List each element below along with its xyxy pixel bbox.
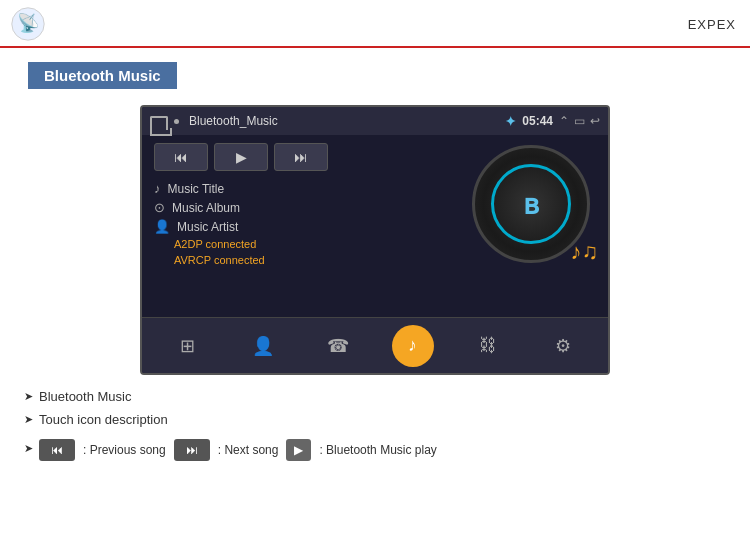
arrow-icon-3: ➤ — [24, 442, 33, 455]
transport-controls: ⏮ ▶ ⏭ — [154, 143, 458, 171]
prev-desc-label: : Previous song — [83, 443, 166, 457]
floating-music-note-icon: ♪♫ — [571, 239, 599, 265]
nav-contacts-button[interactable]: 👤 — [242, 325, 284, 367]
nav-phone-button[interactable]: ☎ — [317, 325, 359, 367]
desc-item-3: ➤ ⏮ : Previous song ⏭ : Next song ▶ : Bl… — [24, 435, 726, 461]
screen-icon: ▭ — [574, 114, 585, 128]
arrow-icon-1: ➤ — [24, 390, 33, 403]
brand-label: EXPEX — [688, 17, 736, 32]
prev-button[interactable]: ⏮ — [154, 143, 208, 171]
back-icon[interactable]: ↩ — [590, 114, 600, 128]
play-button[interactable]: ▶ — [214, 143, 268, 171]
desc-bullet-1: Bluetooth Music — [39, 389, 132, 404]
desc-item-1: ➤ Bluetooth Music — [24, 389, 726, 404]
bottom-nav: ⊞ 👤 ☎ ♪ ⛓ ⚙ — [142, 317, 608, 373]
play-icon-desc: ▶ — [286, 439, 311, 461]
a2dp-status: A2DP connected — [174, 238, 458, 250]
avrcp-status: AVRCP connected — [174, 254, 458, 266]
next-button[interactable]: ⏭ — [274, 143, 328, 171]
app-name: Bluetooth_Music — [189, 114, 499, 128]
status-icons: ⌃ ▭ ↩ — [559, 114, 600, 128]
status-bar: Bluetooth_Music ✦ 05:44 ⌃ ▭ ↩ — [142, 107, 608, 135]
nav-grid-button[interactable]: ⊞ — [167, 325, 209, 367]
play-desc-label: : Bluetooth Music play — [319, 443, 436, 457]
icon-description-row: ⏮ : Previous song ⏭ : Next song ▶ : Blue… — [39, 439, 437, 461]
prev-icon-desc: ⏮ — [39, 439, 75, 461]
screen-wrapper: Bluetooth_Music ✦ 05:44 ⌃ ▭ ↩ ⏮ ▶ ⏭ — [0, 105, 750, 375]
section-title-bar: Bluetooth Music — [28, 62, 177, 89]
track-title-row: ♪ Music Title — [154, 181, 458, 196]
nav-music-button[interactable]: ♪ — [392, 325, 434, 367]
svg-text:📡: 📡 — [17, 12, 40, 34]
music-note-icon: ♪ — [154, 181, 161, 196]
arrow-icon-2: ➤ — [24, 413, 33, 426]
person-icon: 👤 — [154, 219, 170, 234]
descriptions: ➤ Bluetooth Music ➤ Touch icon descripti… — [0, 375, 750, 461]
section-title: Bluetooth Music — [44, 67, 161, 84]
device-screen: Bluetooth_Music ✦ 05:44 ⌃ ▭ ↩ ⏮ ▶ ⏭ — [140, 105, 610, 375]
status-time: 05:44 — [522, 114, 553, 128]
main-content: ⏮ ▶ ⏭ ♪ Music Title ⊙ Music Album 👤 — [142, 135, 608, 317]
track-album-row: ⊙ Music Album — [154, 200, 458, 215]
track-artist-row: 👤 Music Artist — [154, 219, 458, 234]
track-artist-label: Music Artist — [177, 220, 238, 234]
desc-item-2: ➤ Touch icon description — [24, 412, 726, 427]
nav-settings-button[interactable]: ⚙ — [542, 325, 584, 367]
bluetooth-center-icon: ʙ — [523, 188, 539, 221]
track-title-label: Music Title — [168, 182, 225, 196]
album-art: ʙ ♪♫ — [466, 139, 596, 269]
next-desc-label: : Next song — [218, 443, 279, 457]
bluetooth-icon: ✦ — [505, 114, 516, 129]
vinyl-ring: ʙ — [491, 164, 571, 244]
header: 📡 EXPEX — [0, 0, 750, 48]
chevron-up-icon: ⌃ — [559, 114, 569, 128]
home-icon[interactable] — [150, 116, 168, 130]
next-icon-desc: ⏭ — [174, 439, 210, 461]
album-icon: ⊙ — [154, 200, 165, 215]
track-info: ♪ Music Title ⊙ Music Album 👤 Music Arti… — [154, 181, 458, 266]
track-album-label: Music Album — [172, 201, 240, 215]
logo-icon: 📡 — [10, 6, 46, 42]
left-panel: ⏮ ▶ ⏭ ♪ Music Title ⊙ Music Album 👤 — [154, 143, 458, 309]
nav-link-button[interactable]: ⛓ — [467, 325, 509, 367]
status-dot — [174, 119, 179, 124]
desc-bullet-2: Touch icon description — [39, 412, 168, 427]
